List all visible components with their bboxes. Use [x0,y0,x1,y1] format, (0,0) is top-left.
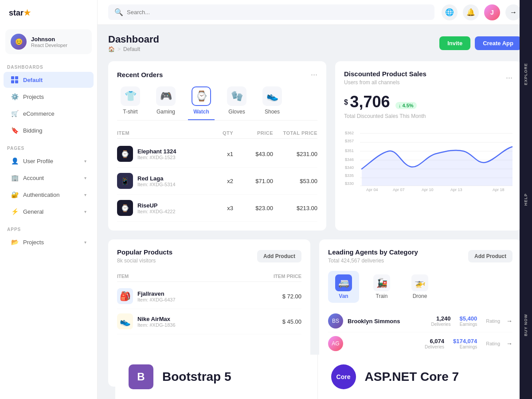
product-price: $ 72.00 [257,293,301,300]
sidebar-item-authentication[interactable]: 🔐 Authentication ▾ [4,187,94,203]
page-header: Dashboard 🏠 > Default Invite Create App [108,34,521,52]
watch-label: Watch [193,109,209,115]
order-tab-watch[interactable]: ⌚ Watch [188,86,215,120]
sidebar-item-ecommerce[interactable]: 🛒 eCommerce [4,106,94,121]
order-img: ⌚ [117,146,133,162]
sales-title-group: Discounted Product Sales Users from all … [344,70,426,86]
notification-icon-btn[interactable]: 🔔 [463,4,479,20]
card-menu-icon[interactable]: ··· [311,70,317,79]
card-header: Discounted Product Sales Users from all … [344,70,512,86]
sidebar-item-label: Projects [23,239,44,246]
sales-card-menu-icon[interactable]: ··· [506,73,512,82]
sidebar-item-projects[interactable]: ⚙️ Projects [4,89,94,105]
order-price: $23.00 [233,205,273,211]
table-row: 📱 Red Laga Item: #XDG-5314 x2 $71.00 $53… [117,168,317,195]
order-img: 📱 [117,173,133,189]
order-item: ⌚ RiseUP Item: #XDG-4222 [117,200,207,216]
sidebar-item-label: Default [23,77,43,83]
agent-tab-van[interactable]: 🚐 Van [328,271,359,303]
user-profile-card[interactable]: 😊 Johnson React Developer [5,29,92,54]
arrow-right-icon[interactable]: → [506,317,512,325]
topbar-avatar[interactable]: J [484,4,500,20]
grid-icon [11,76,19,84]
add-product-button[interactable]: Add Product [257,250,301,262]
arrow-right-icon[interactable]: → [506,340,512,347]
user-icon: 👤 [11,157,19,165]
arrow-right-icon-btn[interactable]: → [505,4,521,20]
list-item: AG 6,074 Deliveries $174,074 Earnings Ra… [328,332,512,355]
search-input[interactable] [127,9,215,16]
agent-earnings: $5,400 Earnings [459,315,477,327]
content-area: Dashboard 🏠 > Default Invite Create App … [98,25,532,399]
create-app-button[interactable]: Create App [475,36,521,50]
breadcrumb-sep: > [117,46,121,52]
tshirt-label: T-shirt [123,109,137,115]
agent-tab-drone[interactable]: 🚁 Drone [404,271,435,303]
list-item: BS Brooklyn Simmons 1,240 Deliveries $5,… [328,310,512,332]
agent-tab-train[interactable]: 🚂 Train [366,271,397,303]
van-label: Van [339,293,348,299]
invite-button[interactable]: Invite [439,36,470,50]
shoes-label: Shoes [265,109,280,115]
order-qty: x3 [207,205,233,211]
agents-title-group: Leading Agents by Category Total 424,567… [328,248,418,264]
order-tab-shoes[interactable]: 👟 Shoes [259,86,286,120]
bidding-icon: 🔖 [11,126,19,134]
watch-icon: ⌚ [192,86,211,106]
buy-now-label[interactable]: Buy now [524,314,528,336]
svg-text:$346: $346 [345,157,354,162]
order-tab-gaming[interactable]: 🎮 Gaming [153,86,179,120]
svg-text:$357: $357 [345,139,354,143]
order-tab-tshirt[interactable]: 👕 T-shirt [117,86,144,120]
svg-text:$330: $330 [345,181,354,186]
discounted-sales-card: Discounted Product Sales Users from all … [335,61,521,231]
help-label[interactable]: Help [524,193,528,206]
popular-products-title: Popular Products [117,248,172,256]
sidebar-item-account[interactable]: 🏢 Account ▾ [4,170,94,186]
sidebar-item-general[interactable]: ⚡ General ▾ [4,203,94,219]
order-img: ⌚ [117,200,133,216]
svg-text:$362: $362 [345,131,354,135]
sidebar-item-user-profile[interactable]: 👤 User Profile ▾ [4,153,94,169]
search-icon: 🔍 [114,8,123,16]
sales-value: 3,706 [350,93,390,111]
home-icon[interactable]: 🏠 [108,46,115,52]
projects-icon: ⚙️ [11,93,19,101]
col-total: TOTAL PRICE [273,130,317,136]
globe-icon-btn[interactable]: 🌐 [442,4,458,20]
products-title-group: Popular Products 8k social visitors [117,248,172,264]
sales-amount: $ 3,706 ↓ 4.5% [344,93,512,111]
sidebar-item-label: Account [23,175,44,181]
col-price: ITEM PRICE [257,274,301,279]
main-content: 🔍 🌐 🔔 J → Dashboard 🏠 > Default Invite [98,0,532,399]
logo-star: ★ [23,8,31,17]
avatar: 😊 [11,34,27,50]
product-img: 👟 [117,313,133,329]
table-row: ⌚ Elephant 1324 Item: #XDG-1523 x1 $43.0… [117,141,317,168]
orders-table-header: ITEM QTY PRICE TOTAL PRICE [117,128,317,139]
topbar: 🔍 🌐 🔔 J → [98,0,532,25]
user-info: Johnson React Developer [31,36,67,48]
explore-label[interactable]: Explore [524,63,528,85]
ecommerce-icon: 🛒 [11,110,19,117]
add-product-button-2[interactable]: Add Product [468,250,512,262]
sidebar-item-default[interactable]: Default [4,72,94,88]
product-id: Item: #XDG-6437 [137,297,176,302]
search-bar[interactable]: 🔍 [108,4,434,20]
sidebar-item-projects-app[interactable]: 📂 Projects ▾ [4,234,94,250]
rating-label: Rating [486,341,500,346]
sidebar-item-label: Bidding [23,127,42,134]
order-price: $71.00 [233,178,273,184]
bootstrap-text: Bootstrap 5 [162,370,231,384]
sidebar-item-label: User Profile [23,158,53,164]
product-price: $ 45.00 [257,318,301,325]
sidebar-item-bidding[interactable]: 🔖 Bidding [4,122,94,138]
order-price: $43.00 [233,151,273,157]
bootstrap-badge: B [129,364,153,389]
agent-tabs: 🚐 Van 🚂 Train 🚁 Drone [328,271,512,303]
rating-label: Rating [486,318,500,324]
chevron-down-icon: ▾ [84,192,86,197]
asp-overlay: Core ASP.NET Core 7 [318,355,520,399]
order-tab-gloves[interactable]: 🧤 Gloves [223,86,250,120]
chevron-down-icon: ▾ [84,240,86,245]
